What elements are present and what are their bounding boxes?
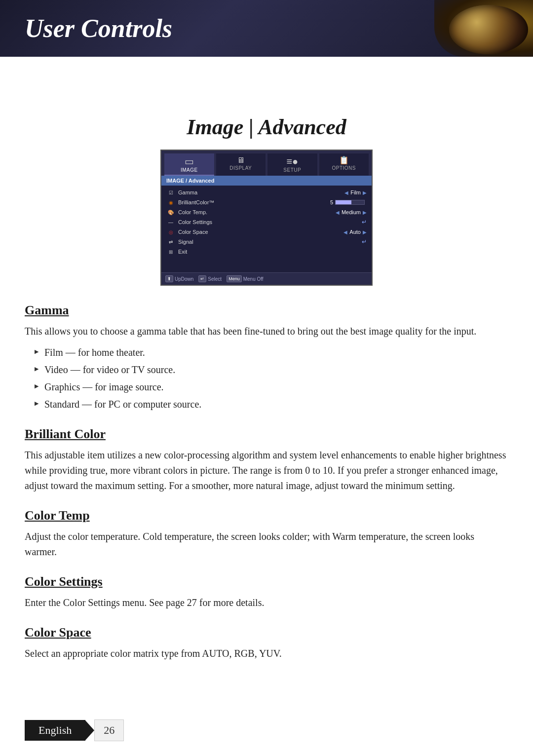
page-footer: English 26 [25, 719, 508, 741]
footer-chevron-icon [85, 720, 94, 740]
image-tab-icon: ▭ [185, 156, 194, 166]
gamma-bullet-graphics: Graphics — for image source. [35, 379, 508, 395]
colortemp-arrow-left: ◀ [336, 210, 340, 215]
select-label: Select [208, 276, 222, 282]
options-tab-icon: 📋 [339, 156, 349, 164]
osd-row-exit[interactable]: ⊞ Exit [161, 247, 372, 257]
osd-row-brilliantcolor[interactable]: ◉ BrilliantColor™ 5 [161, 197, 372, 207]
colortemp-heading: Color Temp [25, 508, 508, 523]
menu-key: Menu [227, 275, 242, 282]
colorspace-arrow-right: ▶ [363, 229, 367, 235]
osd-tab-options[interactable]: 📋 OPTIONS [319, 153, 369, 176]
osd-footer-menuoff: Menu Menu Off [227, 275, 263, 282]
gamma-bullet-standard: Standard — for PC or computer source. [35, 397, 508, 412]
exit-icon: ⊞ [166, 248, 175, 255]
menuoff-label: Menu Off [243, 276, 264, 282]
section-colorspace: Color Space Select an appropriate color … [25, 625, 508, 661]
osd-tab-image[interactable]: ▭ IMAGE [164, 153, 214, 176]
gamma-heading: Gamma [25, 303, 508, 318]
section-brilliantcolor: Brilliant Color This adjustable item uti… [25, 427, 508, 493]
colortemp-arrow-right: ▶ [363, 210, 367, 215]
brilliantcolor-heading: Brilliant Color [25, 427, 508, 442]
colortemp-label: Color Temp. [178, 209, 336, 215]
brilliantcolor-slider [335, 200, 365, 205]
osd-tab-bar: ▭ IMAGE 🖥 DISPLAY ≡● SETUP 📋 OPTIONS [161, 151, 372, 176]
updown-key: ⬆ [165, 275, 173, 282]
gamma-icon: ☑ [166, 189, 175, 196]
signal-value: ↵ [362, 238, 367, 245]
page-title: User Controls [0, 0, 533, 43]
brilliantcolor-value: 5 [330, 199, 333, 205]
setup-tab-icon: ≡● [286, 156, 298, 166]
colorspace-arrow-left: ◀ [343, 229, 347, 235]
updown-label: UpDown [175, 276, 193, 282]
main-content: Image | Advanced ▭ IMAGE 🖥 DISPLAY ≡● SE… [0, 100, 533, 696]
signal-icon: ⇄ [166, 238, 175, 245]
osd-tab-setup[interactable]: ≡● SETUP [267, 153, 317, 176]
colorspace-label: Color Space [178, 229, 343, 235]
language-label: English [38, 724, 72, 737]
page-number: 26 [94, 719, 124, 741]
osd-row-colorspace[interactable]: ◎ Color Space ◀ Auto ▶ [161, 227, 372, 237]
select-key: ↵ [198, 275, 206, 282]
gamma-bullets: Film — for home theater. Video — for vid… [35, 345, 508, 412]
colorsettings-icon: — [166, 219, 175, 226]
osd-footer: ⬆ UpDown ↵ Select Menu Menu Off [161, 272, 372, 285]
osd-menu-items: ☑ Gamma ◀ Film ▶ ◉ BrilliantColor™ 5 🎨 C… [161, 186, 372, 272]
colorsettings-para: Enter the Color Settings menu. See page … [25, 595, 508, 610]
colorsettings-value: ↵ [362, 219, 367, 226]
section-colortemp: Color Temp Adjust the color temperature.… [25, 508, 508, 560]
options-tab-label: OPTIONS [332, 165, 356, 171]
osd-footer-select: ↵ Select [198, 275, 222, 282]
gamma-label: Gamma [178, 189, 344, 195]
osd-row-colortemp[interactable]: 🎨 Color Temp. ◀ Medium ▶ [161, 207, 372, 217]
colortemp-value: Medium [342, 209, 361, 215]
colorspace-para: Select an appropriate color matrix type … [25, 646, 508, 661]
gamma-value: Film [350, 189, 361, 195]
section-colorsettings: Color Settings Enter the Color Settings … [25, 574, 508, 610]
gamma-para: This allows you to choose a gamma table … [25, 324, 508, 339]
setup-tab-label: SETUP [283, 167, 301, 173]
gamma-bullet-film: Film — for home theater. [35, 345, 508, 360]
osd-breadcrumb: IMAGE / Advanced [161, 176, 372, 186]
section-heading: Image | Advanced [25, 114, 508, 140]
signal-label: Signal [178, 239, 362, 245]
colorsettings-heading: Color Settings [25, 574, 508, 589]
colortemp-icon: 🎨 [166, 209, 175, 216]
brilliantcolor-label: BrilliantColor™ [178, 199, 330, 205]
display-tab-icon: 🖥 [237, 156, 245, 164]
slider-fill [336, 200, 351, 204]
gamma-arrow-right: ▶ [363, 190, 367, 195]
osd-row-gamma[interactable]: ☑ Gamma ◀ Film ▶ [161, 188, 372, 197]
brilliantcolor-icon: ◉ [166, 199, 175, 206]
section-gamma: Gamma This allows you to choose a gamma … [25, 303, 508, 412]
language-tab: English [25, 720, 85, 741]
exit-label: Exit [178, 249, 367, 255]
colorspace-heading: Color Space [25, 625, 508, 640]
colorsettings-label: Color Settings [178, 219, 362, 225]
display-tab-label: DISPLAY [229, 165, 252, 171]
gamma-bullet-video: Video — for video or TV source. [35, 362, 508, 378]
image-tab-label: IMAGE [181, 167, 198, 173]
gamma-arrow-left: ◀ [344, 190, 348, 195]
colorspace-value: Auto [349, 229, 361, 235]
colortemp-para: Adjust the color temperature. Cold tempe… [25, 529, 508, 560]
brilliantcolor-para: This adjustable item utilizes a new colo… [25, 448, 508, 493]
osd-row-signal[interactable]: ⇄ Signal ↵ [161, 237, 372, 247]
osd-row-colorsettings[interactable]: — Color Settings ↵ [161, 217, 372, 227]
osd-spacer [161, 257, 372, 270]
colorspace-icon: ◎ [166, 228, 175, 235]
osd-footer-updown: ⬆ UpDown [165, 275, 193, 282]
osd-tab-display[interactable]: 🖥 DISPLAY [216, 153, 266, 176]
osd-menu: ▭ IMAGE 🖥 DISPLAY ≡● SETUP 📋 OPTIONS IMA… [160, 150, 373, 286]
